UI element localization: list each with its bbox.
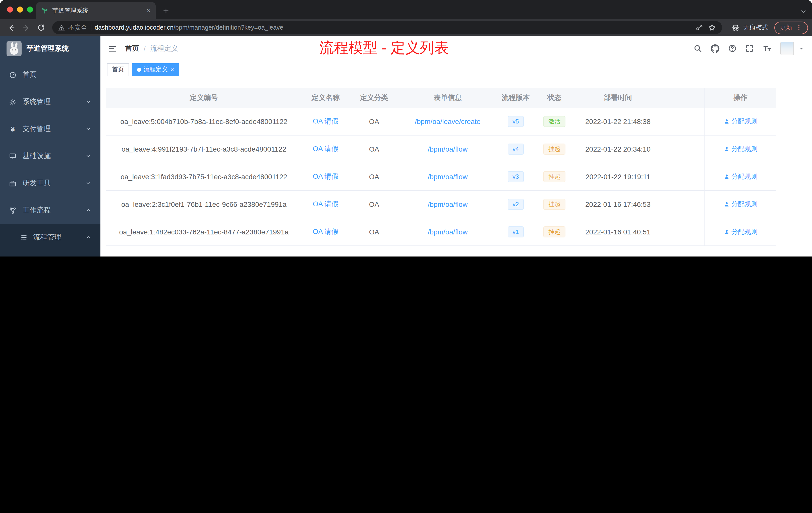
not-secure-label: 不安全 [68,23,87,32]
password-key-icon[interactable] [696,24,703,31]
assign-rule-button[interactable]: 分配规则 [723,200,757,209]
tag-process-definition[interactable]: 流程定义 × [132,63,179,76]
tag-close-icon[interactable]: × [170,66,174,73]
definition-category: OA [349,163,399,190]
status-badge: 挂起 [543,227,566,237]
navbar-actions [694,42,805,55]
tab-close-icon[interactable]: × [147,7,151,14]
back-icon[interactable] [4,21,18,35]
definition-name-link[interactable]: OA 请假 [313,117,339,126]
github-icon[interactable] [710,44,720,53]
sidebar-item-label: 流程管理 [33,233,61,242]
form-link[interactable]: /bpm/oa/flow [428,228,468,236]
deploy-time: 2022-01-16 01:40:51 [574,218,662,245]
breadcrumb-home[interactable]: 首页 [125,44,139,53]
assign-rule-label: 分配规则 [731,117,757,126]
form-link[interactable]: /bpm/oa/flow [428,200,468,208]
browser-window: 芋道管理系统 × 不安全 dashboard.yudao.iocoder.cn/… [0,0,812,256]
fullscreen-icon[interactable] [745,44,754,53]
person-icon [723,118,729,124]
definition-name-link[interactable]: OA 请假 [313,172,339,181]
version-badge: v3 [508,171,524,182]
list-icon [20,234,27,241]
chevron-down-icon [85,153,91,159]
hamburger-icon[interactable] [108,44,117,53]
definition-name-link[interactable]: OA 请假 [313,228,339,236]
sidebar-item-payment[interactable]: ¥ 支付管理 [0,116,100,143]
close-window-button[interactable] [7,6,13,12]
row-spacer [662,108,704,135]
search-icon[interactable] [694,44,702,53]
favicon [41,7,48,14]
logo-avatar [6,41,22,56]
toolbox-icon [9,179,17,187]
assign-rule-button[interactable]: 分配规则 [723,172,757,181]
status-badge: 挂起 [543,171,566,182]
assign-rule-button[interactable]: 分配规则 [723,117,757,126]
assign-rule-button[interactable]: 分配规则 [723,145,757,154]
monitor-icon [9,152,17,160]
definition-id: oa_leave:4:991f2193-7b7f-11ec-a3c8-acde4… [106,135,302,163]
browser-tab[interactable]: 芋道管理系统 × [36,2,156,19]
breadcrumb-current: 流程定义 [150,44,178,53]
definition-category: OA [349,218,399,245]
font-size-icon[interactable] [762,44,772,53]
avatar-caret-icon[interactable] [799,46,805,52]
sidebar-item-process-form[interactable]: 流程表单 [0,251,100,256]
tag-label: 首页 [112,65,124,74]
sidebar-item-devtools[interactable]: 研发工具 [0,170,100,197]
forward-icon[interactable] [19,21,33,35]
address-bar[interactable]: 不安全 dashboard.yudao.iocoder.cn/bpm/manag… [52,21,722,34]
form-link[interactable]: /bpm/oa/flow [428,173,468,181]
sidebar-item-label: 基础设施 [23,152,51,161]
chevron-down-icon [85,99,91,105]
definition-table: 定义编号 定义名称 定义分类 表单信息 流程版本 状态 部署时间 操作 oa_l… [106,88,776,246]
sidebar-item-workflow[interactable]: 工作流程 [0,197,100,224]
definition-category: OA [349,108,399,135]
assign-rule-button[interactable]: 分配规则 [723,228,757,236]
sidebar-item-home[interactable]: 首页 [0,61,100,88]
menu-dots-icon[interactable] [795,24,803,31]
definition-id: oa_leave:2:3c1f0ef1-76b1-11ec-9c66-a2380… [106,191,302,218]
user-avatar[interactable] [780,42,794,55]
bookmark-star-icon[interactable] [708,24,716,32]
version-badge: v5 [508,116,524,127]
sidebar-item-infrastructure[interactable]: 基础设施 [0,143,100,170]
reload-icon[interactable] [34,21,48,35]
person-icon [723,174,729,180]
table-row: oa_leave:2:3c1f0ef1-76b1-11ec-9c66-a2380… [106,191,776,218]
deploy-time: 2022-01-22 19:19:11 [574,163,662,190]
assign-rule-label: 分配规则 [731,172,757,181]
minimize-window-button[interactable] [17,6,23,12]
sidebar-item-label: 系统管理 [23,97,51,107]
sidebar-item-process-mgmt[interactable]: 流程管理 [0,224,100,251]
app-logo[interactable]: 芋道管理系统 [0,36,100,61]
url-text: dashboard.yudao.iocoder.cn/bpm/manager/d… [95,24,283,31]
sidebar-item-system[interactable]: 系统管理 [0,88,100,116]
definition-id: oa_leave:5:004b710b-7b8a-11ec-8ef0-acde4… [106,108,302,135]
tab-search-icon[interactable] [800,8,807,15]
form-link[interactable]: /bpm/oa/flow [428,145,468,153]
definition-category: OA [349,135,399,163]
status-badge: 挂起 [543,199,566,210]
incognito-label: 无痕模式 [743,23,768,32]
omnibox-divider [91,24,91,31]
new-tab-button[interactable] [159,3,173,18]
tab-title: 芋道管理系统 [52,6,143,15]
zoom-window-button[interactable] [27,6,33,12]
definition-name-link[interactable]: OA 请假 [313,200,339,209]
tab-strip: 芋道管理系统 × [0,0,812,19]
form-link[interactable]: /bpm/oa/leave/create [415,117,481,125]
update-label: 更新 [780,23,792,32]
deploy-time: 2022-01-16 17:46:53 [574,191,662,218]
update-button[interactable]: 更新 [774,21,808,34]
definition-name-link[interactable]: OA 请假 [313,145,339,154]
column-header: 状态 [535,88,574,108]
sidebar: 芋道管理系统 首页 系统管理 ¥ [0,36,100,256]
browser-toolbar: 不安全 dashboard.yudao.iocoder.cn/bpm/manag… [0,19,812,36]
column-header: 操作 [704,88,776,108]
incognito-icon [731,23,740,32]
column-spacer [662,88,704,108]
tag-home[interactable]: 首页 [107,63,129,76]
help-icon[interactable] [728,44,737,53]
